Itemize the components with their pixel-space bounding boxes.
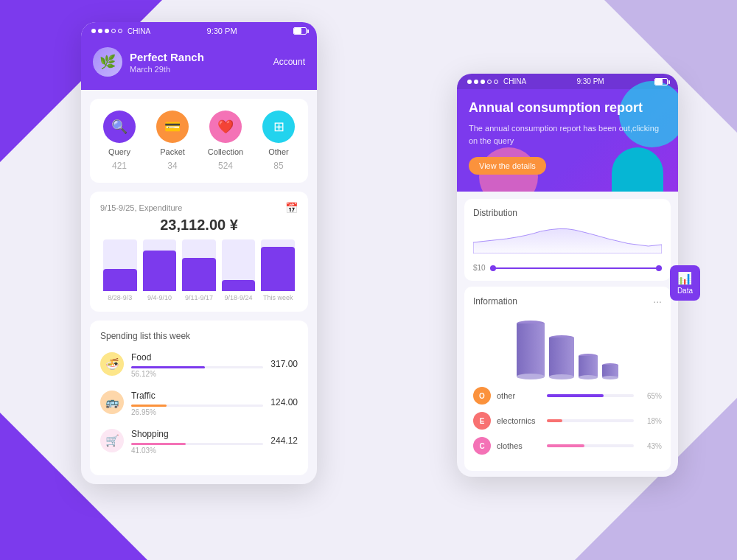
distribution-slider[interactable]: $10	[473, 264, 662, 272]
cylinders-group	[517, 321, 618, 379]
spending-title: Spending list this week	[100, 331, 298, 341]
dot3	[105, 29, 109, 33]
bar-outer-3	[182, 239, 216, 291]
distribution-mountain-svg	[473, 224, 662, 253]
bar-chart: 8/28-9/3 9/4-9/10 9/11-9/17	[100, 242, 298, 301]
clothes-bar	[547, 444, 584, 447]
bar-group-1: 8/28-9/3	[103, 239, 137, 301]
bar-date-5: This week	[263, 294, 293, 301]
electronics-cat-name: electornics	[497, 416, 541, 425]
clothes-pct: 43%	[640, 442, 662, 450]
rdot1	[467, 80, 472, 84]
category-other: O other 65%	[473, 387, 662, 405]
data-label: Data	[677, 287, 693, 295]
icons-grid: 🔍 Query 421 💳 Packet 34 ❤️ Collection 52…	[90, 99, 308, 183]
signal-dots: CHINA	[91, 27, 150, 35]
clothes-cat-icon: C	[473, 437, 491, 455]
rdot2	[474, 80, 478, 84]
chart-amount: 23,112.00 ¥	[100, 217, 298, 234]
phone-left: CHINA 9:30 PM 🌿 Perfect Ranch March 29th…	[81, 22, 317, 484]
clothes-cat-name: clothes	[497, 441, 541, 450]
icon-other[interactable]: ⊞ Other 85	[255, 111, 302, 171]
shopping-icon: 🛒	[100, 429, 124, 452]
other-cat-icon: O	[473, 387, 491, 405]
category-electronics: E electornics 18%	[473, 412, 662, 430]
icon-collection[interactable]: ❤️ Collection 524	[202, 111, 249, 171]
user-date: March 29th	[130, 65, 204, 74]
distribution-title: Distribution	[473, 208, 662, 218]
packet-count: 34	[167, 161, 177, 171]
category-clothes: C clothes 43%	[473, 437, 662, 455]
battery-left	[293, 27, 307, 35]
calendar-icon: 📅	[285, 202, 298, 214]
bar-group-3: 9/11-9/17	[182, 239, 216, 301]
food-name: Food	[131, 352, 151, 363]
distribution-chart	[473, 224, 662, 261]
battery-right	[654, 78, 668, 85]
bar-group-5: This week	[261, 239, 295, 301]
food-info: Food 56.12%	[131, 350, 263, 378]
icon-query[interactable]: 🔍 Query 421	[96, 111, 143, 171]
bar-inner-5	[261, 247, 295, 291]
icon-packet[interactable]: 💳 Packet 34	[149, 111, 196, 171]
collection-icon: ❤️	[209, 111, 242, 143]
other-bar-wrap	[547, 394, 634, 397]
bar-date-4: 9/18-9/24	[225, 294, 253, 301]
chart-header: 9/15-9/25, Expenditure 📅	[100, 202, 298, 214]
bar-date-3: 9/11-9/17	[185, 294, 213, 301]
chart-period: 9/15-9/25, Expenditure	[100, 203, 182, 212]
more-options-icon[interactable]: ···	[653, 295, 662, 307]
avatar: 🌿	[93, 47, 122, 77]
shopping-amount: 244.12	[270, 435, 298, 446]
clothes-bar-wrap	[547, 444, 634, 447]
traffic-info: Traffic 26.95%	[131, 388, 263, 416]
electronics-cat-icon: E	[473, 412, 491, 430]
information-title: Information	[473, 296, 517, 307]
data-chart-icon: 📊	[677, 271, 692, 285]
traffic-icon: 🚌	[100, 391, 124, 414]
traffic-percent: 26.95%	[131, 408, 263, 416]
cylinder-small2	[602, 363, 618, 379]
food-bar	[131, 366, 205, 368]
view-details-button[interactable]: View the details	[469, 157, 546, 175]
user-info: Perfect Ranch March 29th	[130, 51, 204, 74]
bar-outer-2	[143, 239, 177, 291]
spending-section: Spending list this week 🍜 Food 56.12% 31…	[90, 321, 308, 475]
traffic-name: Traffic	[131, 391, 156, 401]
spending-food: 🍜 Food 56.12% 317.00	[100, 350, 298, 378]
query-count: 421	[112, 161, 127, 171]
bar-date-1: 8/28-9/3	[108, 294, 132, 301]
food-bar-wrap	[131, 366, 263, 368]
bar-group-4: 9/18-9/24	[222, 239, 256, 301]
cylinder-tall	[517, 321, 545, 379]
chart-section: 9/15-9/25, Expenditure 📅 23,112.00 ¥ 8/2…	[90, 192, 308, 312]
collection-count: 524	[218, 161, 233, 171]
traffic-amount: 124.00	[270, 397, 298, 407]
time-right: 9:30 PM	[576, 77, 604, 85]
slider-line	[490, 267, 662, 269]
bar-outer-4	[222, 239, 256, 291]
electronics-pct: 18%	[640, 417, 662, 425]
cylinder-medium1	[549, 335, 574, 379]
rdot3	[481, 80, 485, 84]
carrier-right: CHINA	[503, 77, 526, 85]
other-pct: 65%	[640, 392, 662, 400]
other-label: Other	[268, 147, 289, 156]
packet-label: Packet	[160, 147, 185, 156]
data-button[interactable]: 📊 Data	[670, 265, 700, 301]
cylinder-small1	[579, 354, 598, 379]
annual-header: CHINA 9:30 PM Annual consumption report …	[457, 74, 678, 192]
information-section: Information ···	[464, 287, 671, 471]
electronics-bar-wrap	[547, 419, 634, 422]
account-button[interactable]: Account	[273, 57, 305, 67]
collection-label: Collection	[208, 147, 243, 156]
slider-label-left: $10	[473, 264, 486, 272]
bar-date-2: 9/4-9/10	[147, 294, 172, 301]
bar-outer-1	[103, 239, 137, 291]
carrier-left: CHINA	[128, 27, 150, 35]
shopping-bar	[131, 443, 186, 445]
user-name: Perfect Ranch	[130, 51, 204, 63]
time-left: 9:30 PM	[207, 27, 237, 35]
distribution-section: Distribution $10	[464, 199, 671, 281]
query-label: Query	[108, 147, 130, 156]
